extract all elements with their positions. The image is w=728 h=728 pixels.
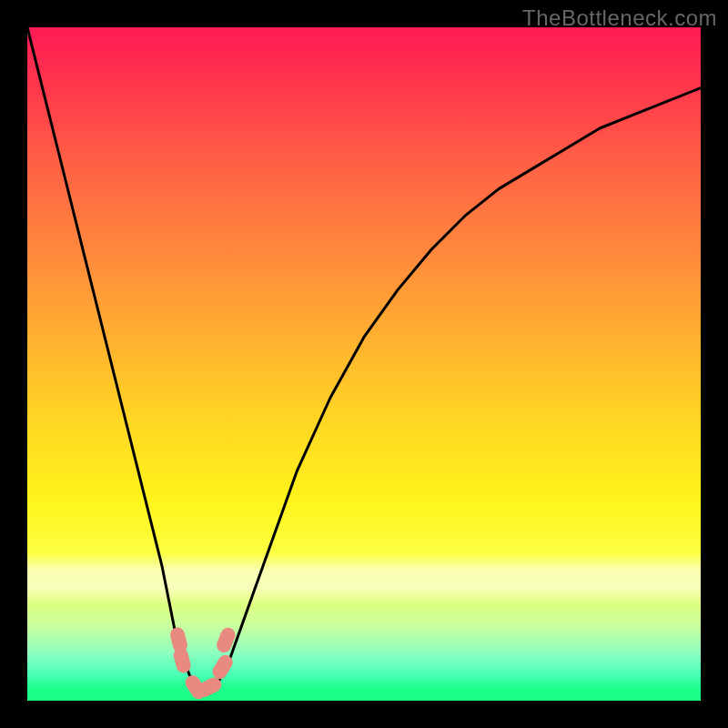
plot-area xyxy=(27,27,701,701)
chart-frame: TheBottleneck.com xyxy=(0,0,728,728)
watermark-label: TheBottleneck.com xyxy=(522,5,717,31)
bottleneck-curve xyxy=(27,27,701,694)
curve-layer xyxy=(27,27,701,701)
markers xyxy=(168,625,237,701)
bottleneck-curve-path xyxy=(27,27,701,694)
